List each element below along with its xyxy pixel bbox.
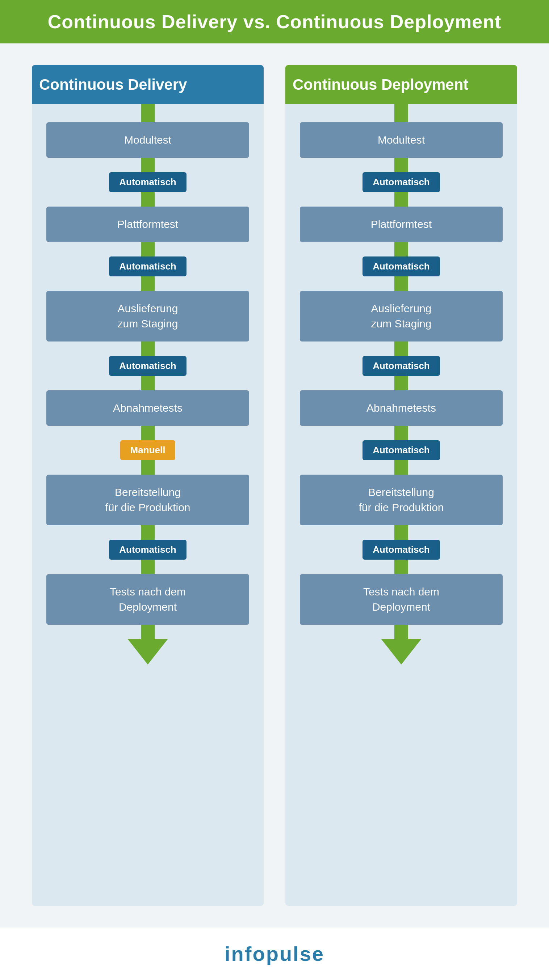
connector: [141, 525, 155, 540]
connector: [394, 242, 408, 256]
footer: infopulse: [0, 928, 549, 980]
step-box: Auslieferung zum Staging: [300, 291, 503, 342]
step-box: Abnahmetests: [300, 390, 503, 426]
column-title-delivery: Continuous Delivery: [39, 76, 187, 93]
step-box: Modultest: [300, 122, 503, 158]
connector: [141, 460, 155, 475]
step-box: Bereitstellung für die Produktion: [300, 475, 503, 525]
badge-auto: Automatisch: [109, 356, 186, 376]
step-box: Bereitstellung für die Produktion: [46, 475, 249, 525]
connector: [394, 426, 408, 440]
connector: [141, 276, 155, 291]
footer-brand: infopulse: [225, 942, 324, 965]
badge-auto: Automatisch: [362, 356, 440, 376]
connector: [141, 192, 155, 207]
connector: [141, 158, 155, 172]
badge-auto: Automatisch: [362, 256, 440, 276]
step-box: Abnahmetests: [46, 390, 249, 426]
badge-auto: Automatisch: [109, 540, 186, 560]
step-box: Tests nach dem Deployment: [300, 574, 503, 625]
column-title-deployment: Continuous Deployment: [293, 76, 468, 93]
column-header-deployment: Continuous Deployment: [286, 65, 517, 104]
connector: [141, 426, 155, 440]
badge-auto: Automatisch: [362, 172, 440, 192]
connector: [394, 460, 408, 475]
connector: [141, 342, 155, 356]
arrow-stem: [141, 625, 155, 639]
header-title: Continuous Delivery vs. Continuous Deplo…: [48, 11, 501, 32]
badge-auto: Automatisch: [362, 440, 440, 460]
arrow-down-container: [381, 625, 421, 665]
step-box: Auslieferung zum Staging: [46, 291, 249, 342]
arrow-down-icon: [381, 639, 421, 665]
connector: [394, 560, 408, 574]
connector: [141, 560, 155, 574]
connector: [394, 525, 408, 540]
step-box: Plattformtest: [300, 207, 503, 242]
connector: [394, 104, 408, 122]
pipeline-deployment: ModultestAutomatischPlattformtestAutomat…: [286, 104, 517, 665]
step-box: Tests nach dem Deployment: [46, 574, 249, 625]
pipeline-delivery: ModultestAutomatischPlattformtestAutomat…: [32, 104, 263, 665]
column-deployment: Continuous DeploymentModultestAutomatisc…: [286, 65, 517, 906]
arrow-down-icon: [128, 639, 168, 665]
connector: [394, 376, 408, 390]
badge-manual: Manuell: [120, 440, 176, 460]
column-delivery: Continuous DeliveryModultestAutomatischP…: [32, 65, 263, 906]
connector: [141, 104, 155, 122]
connector: [141, 242, 155, 256]
connector: [394, 276, 408, 291]
connector: [394, 342, 408, 356]
arrow-down-container: [128, 625, 168, 665]
main-content: Continuous DeliveryModultestAutomatischP…: [0, 43, 549, 928]
badge-auto: Automatisch: [109, 172, 186, 192]
connector: [394, 158, 408, 172]
step-box: Plattformtest: [46, 207, 249, 242]
step-box: Modultest: [46, 122, 249, 158]
badge-auto: Automatisch: [109, 256, 186, 276]
badge-auto: Automatisch: [362, 540, 440, 560]
connector: [394, 192, 408, 207]
arrow-stem: [394, 625, 408, 639]
connector: [141, 376, 155, 390]
header-bar: Continuous Delivery vs. Continuous Deplo…: [0, 0, 549, 43]
column-header-delivery: Continuous Delivery: [32, 65, 263, 104]
